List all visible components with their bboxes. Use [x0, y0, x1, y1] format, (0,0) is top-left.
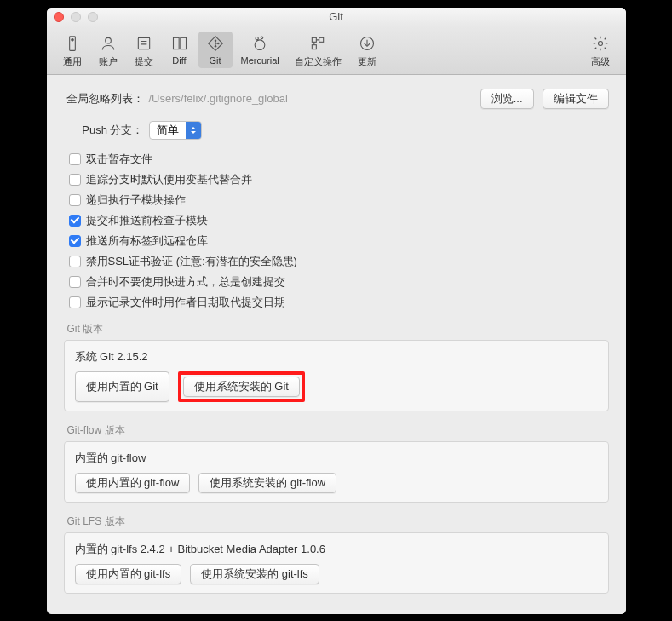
- svg-point-23: [598, 41, 602, 45]
- minimize-button[interactable]: [71, 12, 81, 22]
- svg-rect-17: [319, 37, 324, 42]
- checkbox[interactable]: [69, 256, 81, 267]
- maximize-button[interactable]: [88, 12, 98, 22]
- tab-label: Diff: [172, 55, 186, 66]
- checkbox-row[interactable]: 双击暂存文件: [69, 152, 609, 167]
- push-branch-row: Push 分支： 简单: [64, 121, 609, 140]
- gitflow-section-title: Git-flow 版本: [67, 423, 609, 438]
- gitlfs-version-box: 内置的 git-lfs 2.4.2 + Bitbucket Media Adap…: [64, 532, 609, 594]
- tab-git[interactable]: Git: [198, 32, 233, 68]
- gitflow-version-status: 内置的 git-flow: [75, 451, 598, 466]
- svg-rect-6: [173, 37, 179, 49]
- checkbox-row[interactable]: 显示记录文件时用作者日期取代提交日期: [69, 295, 609, 310]
- gitflow-version-box: 内置的 git-flow 使用内置的 git-flow 使用系统安装的 git-…: [64, 441, 609, 503]
- checkbox-label: 合并时不要使用快进方式，总是创建提交: [86, 274, 285, 290]
- mercurial-icon: [250, 34, 269, 53]
- custom-actions-icon: [308, 34, 327, 53]
- checkbox-label: 提交和推送前检查子模块: [86, 213, 208, 228]
- checkbox[interactable]: [69, 194, 81, 206]
- svg-point-14: [256, 37, 258, 39]
- svg-point-1: [71, 38, 73, 41]
- checkbox-label: 禁用SSL证书验证 (注意:有潜在的安全隐患): [86, 254, 297, 269]
- checkbox[interactable]: [69, 296, 81, 308]
- use-system-gitflow-button[interactable]: 使用系统安装的 git-flow: [198, 473, 336, 493]
- select-arrows-icon: [186, 122, 201, 139]
- tab-label: Git: [209, 55, 221, 66]
- push-branch-label: Push 分支：: [64, 123, 149, 138]
- titlebar: Git: [47, 8, 626, 26]
- checkbox-label: 推送所有标签到远程仓库: [86, 233, 208, 249]
- checkbox-label: 追踪分支时默认使用变基代替合并: [86, 172, 252, 187]
- git-icon: [206, 34, 225, 53]
- checkbox-row[interactable]: 提交和推送前检查子模块: [69, 213, 609, 228]
- use-embedded-gitflow-button[interactable]: 使用内置的 git-flow: [75, 473, 191, 493]
- commit-icon: [135, 34, 153, 53]
- ignore-list-path: /Users/felix/.gitignore_global: [149, 92, 288, 105]
- tab-accounts[interactable]: 账户: [91, 32, 125, 71]
- gear-icon: [591, 34, 610, 53]
- ignore-list-label: 全局忽略列表：: [64, 91, 149, 106]
- use-embedded-gitlfs-button[interactable]: 使用内置的 git-lfs: [75, 564, 182, 584]
- toolbar: 通用 账户 提交 Diff Git Mercurial 自定义操作 更新: [47, 26, 626, 75]
- checkbox-row[interactable]: 禁用SSL证书验证 (注意:有潜在的安全隐患): [69, 254, 609, 269]
- tab-label: 通用: [63, 55, 82, 68]
- use-system-gitlfs-button[interactable]: 使用系统安装的 git-lfs: [190, 564, 319, 584]
- user-icon: [99, 34, 118, 53]
- use-system-git-button[interactable]: 使用系统安装的 Git: [183, 377, 300, 397]
- tab-commit[interactable]: 提交: [127, 32, 161, 71]
- git-section-title: Git 版本: [67, 322, 609, 336]
- highlighted-button-annotation: 使用系统安装的 Git: [178, 371, 305, 402]
- tab-label: Mercurial: [241, 55, 279, 66]
- push-branch-select[interactable]: 简单: [149, 121, 202, 140]
- tab-label: 自定义操作: [295, 55, 342, 68]
- tab-custom-actions[interactable]: 自定义操作: [288, 32, 348, 71]
- preferences-window: Git 通用 账户 提交 Diff Git Mercurial 自定义操作: [47, 8, 626, 614]
- tab-advanced[interactable]: 高级: [583, 32, 617, 71]
- checkbox-row[interactable]: 推送所有标签到远程仓库: [69, 233, 609, 249]
- checkbox[interactable]: [69, 235, 81, 247]
- git-version-box: 系统 Git 2.15.2 使用内置的 Git 使用系统安装的 Git: [64, 340, 609, 411]
- tab-label: 高级: [591, 55, 610, 68]
- close-button[interactable]: [54, 12, 64, 22]
- download-icon: [358, 34, 376, 53]
- checkbox[interactable]: [69, 174, 81, 186]
- svg-point-2: [105, 37, 111, 43]
- push-branch-value: 简单: [150, 123, 186, 138]
- tab-label: 更新: [358, 55, 376, 68]
- checkbox[interactable]: [69, 215, 81, 227]
- browse-button[interactable]: 浏览...: [480, 89, 534, 109]
- tab-label: 账户: [99, 55, 118, 68]
- checkbox-row[interactable]: 递归执行子模块操作: [69, 193, 609, 208]
- content-area: 全局忽略列表： /Users/felix/.gitignore_global 浏…: [47, 75, 626, 614]
- checkbox-label: 递归执行子模块操作: [86, 193, 186, 208]
- tab-label: 提交: [135, 55, 153, 68]
- gitlfs-version-status: 内置的 git-lfs 2.4.2 + Bitbucket Media Adap…: [75, 542, 598, 557]
- svg-rect-18: [313, 44, 317, 49]
- git-version-status: 系统 Git 2.15.2: [75, 349, 598, 365]
- diff-icon: [170, 34, 189, 53]
- checkbox[interactable]: [69, 276, 81, 288]
- edit-file-button[interactable]: 编辑文件: [543, 89, 609, 109]
- checkbox-label: 双击暂存文件: [86, 152, 152, 167]
- checkbox-row[interactable]: 合并时不要使用快进方式，总是创建提交: [69, 274, 609, 290]
- tab-diff[interactable]: Diff: [163, 32, 197, 68]
- svg-point-15: [261, 37, 263, 39]
- general-icon: [63, 34, 82, 53]
- svg-rect-16: [313, 37, 317, 42]
- use-embedded-git-button[interactable]: 使用内置的 Git: [75, 371, 169, 402]
- svg-rect-7: [180, 37, 186, 49]
- svg-point-13: [255, 39, 265, 49]
- tab-general[interactable]: 通用: [55, 32, 89, 71]
- checkbox[interactable]: [69, 153, 81, 165]
- traffic-lights: [54, 12, 98, 22]
- tab-mercurial[interactable]: Mercurial: [234, 32, 286, 68]
- checkbox-label: 显示记录文件时用作者日期取代提交日期: [86, 295, 285, 310]
- ignore-list-row: 全局忽略列表： /Users/felix/.gitignore_global 浏…: [64, 89, 609, 109]
- svg-rect-3: [138, 37, 149, 49]
- checkbox-row[interactable]: 追踪分支时默认使用变基代替合并: [69, 172, 609, 187]
- gitlfs-section-title: Git LFS 版本: [67, 515, 609, 529]
- tab-updates[interactable]: 更新: [350, 32, 384, 71]
- window-title: Git: [54, 10, 619, 23]
